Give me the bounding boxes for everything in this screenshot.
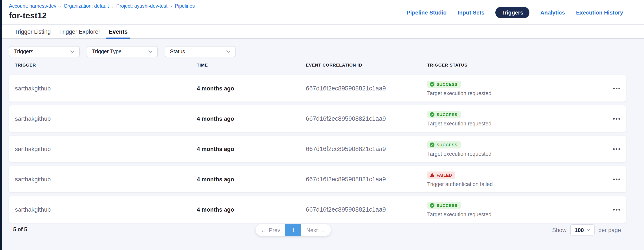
status-badge: SUCCESS xyxy=(427,202,461,209)
page-size-dropdown[interactable]: 100 xyxy=(570,224,594,235)
table-row[interactable]: sarthakgithub 4 months ago 667d16f2ec895… xyxy=(9,75,626,101)
event-time: 4 months ago xyxy=(197,206,306,213)
event-correlation-id: 667d16f2ec895908821c1aa9 xyxy=(306,206,427,213)
nav-analytics[interactable]: Analytics xyxy=(540,9,565,16)
event-correlation-id: 667d16f2ec895908821c1aa9 xyxy=(306,115,427,122)
event-time: 4 months ago xyxy=(197,176,306,182)
table-row[interactable]: sarthakgithub 4 months ago 667d16f2ec895… xyxy=(9,196,626,223)
breadcrumb-separator: › xyxy=(170,4,172,8)
per-page-label: per page xyxy=(598,227,621,233)
breadcrumb-project[interactable]: Project: ayushi-dev-test xyxy=(116,4,168,9)
status-message: Target execution requested xyxy=(427,211,620,217)
status-badge: SUCCESS xyxy=(427,111,461,118)
table-header: TRIGGER TIME EVENT CORRELATION ID TRIGGE… xyxy=(9,63,626,67)
table-row[interactable]: sarthakgithub 4 months ago 667d16f2ec895… xyxy=(9,136,626,162)
trigger-status-cell: SUCCESS Target execution requested xyxy=(427,111,620,127)
breadcrumb: Account: harness-dev › Organization: def… xyxy=(9,4,195,9)
triggers-filter-dropdown[interactable]: Triggers xyxy=(9,46,80,57)
trigger-status-cell: SUCCESS Target execution requested xyxy=(427,202,620,217)
trigger-name: sarthakgithub xyxy=(15,176,197,183)
breadcrumb-pipelines[interactable]: Pipelines xyxy=(175,4,195,9)
table-row[interactable]: sarthakgithub 4 months ago 667d16f2ec895… xyxy=(9,105,626,132)
tab-trigger-explorer[interactable]: Trigger Explorer xyxy=(59,25,100,38)
trigger-type-filter-dropdown[interactable]: Trigger Type xyxy=(87,46,158,57)
row-more-menu-icon[interactable]: ••• xyxy=(613,115,621,122)
results-count: 5 of 5 xyxy=(13,226,27,232)
status-badge: FAILED xyxy=(427,171,456,179)
status-badge-label: SUCCESS xyxy=(436,142,458,147)
triggers-events-page: Account: harness-dev › Organization: def… xyxy=(0,0,644,250)
success-check-icon xyxy=(430,203,434,208)
collapsed-sidenav-edge xyxy=(0,0,2,250)
status-message: Target execution requested xyxy=(427,90,620,96)
success-check-icon xyxy=(430,82,434,86)
nav-triggers[interactable]: Triggers xyxy=(496,7,530,18)
trigger-status-cell: SUCCESS Target execution requested xyxy=(427,141,620,157)
status-badge-label: SUCCESS xyxy=(436,112,458,117)
page-title: for-test12 xyxy=(9,11,47,21)
trigger-status-cell: FAILED Trigger authentication failed xyxy=(427,171,620,187)
breadcrumb-account[interactable]: Account: harness-dev xyxy=(9,4,56,9)
trigger-name: sarthakgithub xyxy=(15,115,197,122)
prev-page-button[interactable]: ← Prev xyxy=(256,224,285,236)
tab-events[interactable]: Events xyxy=(109,25,128,38)
next-page-button[interactable]: Next → xyxy=(301,224,331,236)
chevron-down-icon xyxy=(586,229,590,231)
triggers-filter-label: Triggers xyxy=(14,49,34,55)
row-more-menu-icon[interactable]: ••• xyxy=(613,206,621,213)
events-table: sarthakgithub 4 months ago 667d16f2ec895… xyxy=(9,75,626,226)
status-message: Trigger authentication failed xyxy=(427,181,620,187)
status-message: Target execution requested xyxy=(427,120,620,127)
trigger-name: sarthakgithub xyxy=(15,146,197,152)
breadcrumb-separator: › xyxy=(112,4,113,8)
status-message: Target execution requested xyxy=(427,151,620,157)
show-label: Show xyxy=(552,227,566,233)
row-more-menu-icon[interactable]: ••• xyxy=(613,146,621,152)
table-row[interactable]: sarthakgithub 4 months ago 667d16f2ec895… xyxy=(9,166,626,192)
tab-bar: Trigger Listing Trigger Explorer Events xyxy=(2,24,644,39)
trigger-type-filter-label: Trigger Type xyxy=(92,49,122,55)
column-header-trigger-status: TRIGGER STATUS xyxy=(427,63,620,67)
page-size-control: Show 100 per page xyxy=(552,224,621,236)
status-badge-label: SUCCESS xyxy=(436,203,458,208)
breadcrumb-separator: › xyxy=(59,4,61,8)
status-badge-label: FAILED xyxy=(436,173,452,177)
row-more-menu-icon[interactable]: ••• xyxy=(613,176,621,183)
filter-bar: Triggers Trigger Type Status xyxy=(9,46,236,57)
page-size-value: 100 xyxy=(574,227,584,233)
trigger-name: sarthakgithub xyxy=(15,206,197,213)
next-label: Next xyxy=(306,227,318,233)
event-correlation-id: 667d16f2ec895908821c1aa9 xyxy=(306,85,427,92)
prev-label: Prev xyxy=(269,227,280,233)
status-filter-label: Status xyxy=(170,49,185,55)
event-correlation-id: 667d16f2ec895908821c1aa9 xyxy=(306,146,427,152)
status-badge: SUCCESS xyxy=(427,80,461,88)
current-page-button[interactable]: 1 xyxy=(285,224,301,236)
trigger-status-cell: SUCCESS Target execution requested xyxy=(427,80,620,96)
arrow-left-icon: ← xyxy=(261,227,266,233)
event-correlation-id: 667d16f2ec895908821c1aa9 xyxy=(306,176,427,183)
event-time: 4 months ago xyxy=(197,85,306,91)
column-header-time: TIME xyxy=(197,63,306,67)
row-more-menu-icon[interactable]: ••• xyxy=(613,85,621,92)
arrow-right-icon: → xyxy=(320,227,326,233)
chevron-down-icon xyxy=(226,50,230,53)
breadcrumb-organization[interactable]: Organization: default xyxy=(64,4,109,9)
column-header-event-correlation-id: EVENT CORRELATION ID xyxy=(306,63,427,67)
event-time: 4 months ago xyxy=(197,146,306,152)
status-badge-label: SUCCESS xyxy=(436,82,458,86)
chevron-down-icon xyxy=(148,50,152,53)
pipeline-nav: Pipeline Studio Input Sets Triggers Anal… xyxy=(406,7,623,18)
tab-trigger-listing[interactable]: Trigger Listing xyxy=(14,25,51,38)
status-filter-dropdown[interactable]: Status xyxy=(165,46,236,57)
nav-input-sets[interactable]: Input Sets xyxy=(458,9,484,16)
chevron-down-icon xyxy=(70,50,74,53)
nav-pipeline-studio[interactable]: Pipeline Studio xyxy=(406,9,446,16)
nav-execution-history[interactable]: Execution History xyxy=(576,9,623,16)
page-header: Account: harness-dev › Organization: def… xyxy=(2,0,644,24)
column-header-trigger: TRIGGER xyxy=(15,63,197,67)
warning-triangle-icon xyxy=(430,173,434,177)
pagination: ← Prev 1 Next → xyxy=(256,224,331,236)
status-badge: SUCCESS xyxy=(427,141,461,148)
trigger-name: sarthakgithub xyxy=(15,85,197,92)
